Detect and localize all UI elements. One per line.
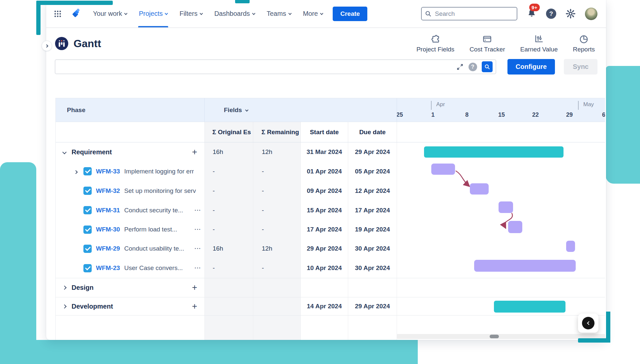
- issue-summary[interactable]: Perform load test...: [124, 226, 177, 233]
- chevron-right-icon: [45, 44, 48, 47]
- phase-name[interactable]: Requirement: [72, 148, 112, 156]
- app-switcher-button[interactable]: [51, 8, 64, 20]
- start-date-cell[interactable]: 17 Apr 2024: [301, 220, 348, 239]
- more-options-button[interactable]: ···: [195, 265, 201, 271]
- task-checkbox[interactable]: [83, 264, 92, 272]
- remaining-cell: -: [253, 181, 301, 200]
- filter-search-button[interactable]: [482, 61, 493, 72]
- gantt-bar-wfm-23[interactable]: [474, 260, 576, 272]
- start-date-cell[interactable]: [301, 278, 348, 297]
- due-date-cell[interactable]: [348, 278, 397, 297]
- gantt-bar-development[interactable]: [494, 301, 565, 313]
- action-label: Project Fields: [416, 46, 454, 53]
- start-date-cell[interactable]: 14 Apr 2024: [301, 297, 348, 315]
- nav-item-more[interactable]: More: [303, 0, 323, 27]
- issue-summary[interactable]: Implement logging for err: [124, 168, 194, 175]
- cost-tracker-button[interactable]: Cost Tracker: [470, 34, 505, 53]
- task-checkbox[interactable]: [83, 245, 92, 253]
- notifications-button[interactable]: 9+: [527, 9, 537, 19]
- start-date-cell[interactable]: 31 Mar 2024: [301, 142, 348, 162]
- task-checkbox[interactable]: [83, 167, 92, 175]
- gantt-bar-wfm-33[interactable]: [431, 164, 455, 175]
- start-date-cell[interactable]: 10 Apr 2024: [301, 258, 348, 278]
- issue-key-link[interactable]: WFM-23: [96, 264, 120, 272]
- timeline-day: 29: [566, 111, 573, 118]
- more-options-button[interactable]: ···: [195, 226, 201, 233]
- project-fields-button[interactable]: Project Fields: [416, 34, 454, 53]
- start-date-cell[interactable]: 09 Apr 2024: [301, 181, 348, 200]
- due-date-cell[interactable]: 17 Apr 2024: [348, 200, 397, 220]
- expand-chevron-icon[interactable]: [62, 286, 67, 290]
- search-input[interactable]: [421, 7, 517, 20]
- issue-key-link[interactable]: WFM-31: [96, 207, 120, 214]
- issue-summary[interactable]: Set up monitoring for serv: [124, 187, 196, 195]
- original-estimate-column-header: Σ Original Es: [205, 122, 253, 142]
- jira-logo[interactable]: [69, 8, 81, 20]
- phase-column-header: Phase: [56, 98, 205, 122]
- phase-name[interactable]: Design: [72, 284, 94, 291]
- grid-header-row: Phase Fields Apr May 25 1 8 15 22 29 6: [56, 98, 605, 122]
- user-avatar[interactable]: [585, 8, 597, 20]
- fields-dropdown[interactable]: Fields: [205, 98, 397, 122]
- expand-chevron-icon[interactable]: [62, 304, 67, 309]
- start-date-cell[interactable]: 29 Apr 2024: [301, 239, 348, 258]
- jql-filter-input[interactable]: ?: [55, 59, 496, 74]
- due-date-cell[interactable]: 19 Apr 2024: [348, 220, 397, 239]
- expand-icon[interactable]: [456, 63, 464, 71]
- issue-key-link[interactable]: WFM-33: [96, 168, 120, 175]
- scroll-back-button[interactable]: [582, 317, 594, 329]
- issue-summary[interactable]: Conduct usability te...: [124, 245, 184, 252]
- timeline-day: 15: [498, 111, 505, 118]
- create-button[interactable]: Create: [333, 7, 367, 21]
- due-date-cell[interactable]: 29 Apr 2024: [348, 142, 397, 162]
- sync-button[interactable]: Sync: [564, 59, 597, 75]
- due-date-cell[interactable]: 29 Apr 2024: [348, 297, 397, 315]
- gantt-bar-wfm-29[interactable]: [566, 241, 575, 252]
- nav-item-teams[interactable]: Teams: [267, 0, 291, 27]
- gantt-grid: Phase Fields Apr May 25 1 8 15 22 29 6 Σ: [55, 98, 605, 340]
- task-checkbox[interactable]: [83, 226, 92, 234]
- help-button[interactable]: ?: [546, 9, 556, 19]
- due-date-cell[interactable]: 30 Apr 2024: [348, 239, 397, 258]
- due-date-cell[interactable]: 05 Apr 2024: [348, 162, 397, 181]
- filter-help-button[interactable]: ?: [469, 63, 477, 71]
- earned-value-button[interactable]: Earned Value: [520, 34, 558, 53]
- gantt-bar-wfm-32[interactable]: [470, 183, 489, 195]
- nav-item-filters[interactable]: Filters: [179, 0, 202, 27]
- reports-button[interactable]: Reports: [573, 34, 595, 53]
- gear-icon[interactable]: [565, 9, 576, 19]
- issue-summary[interactable]: Conduct security te...: [124, 207, 183, 214]
- more-options-button[interactable]: ···: [195, 245, 201, 252]
- chevron-left-icon: [587, 321, 591, 325]
- timeline-day: 6: [602, 111, 605, 118]
- issue-key-link[interactable]: WFM-30: [96, 226, 120, 233]
- start-date-cell[interactable]: 15 Apr 2024: [301, 200, 348, 220]
- nav-item-projects[interactable]: Projects: [139, 0, 168, 27]
- due-date-cell[interactable]: 12 Apr 2024: [348, 181, 397, 200]
- configure-button[interactable]: Configure: [507, 59, 555, 75]
- due-date-cell[interactable]: 30 Apr 2024: [348, 258, 397, 278]
- sidebar-expand-button[interactable]: [42, 41, 52, 51]
- issue-key-link[interactable]: WFM-29: [96, 245, 120, 252]
- add-task-button[interactable]: +: [192, 283, 197, 292]
- more-options-button[interactable]: ···: [195, 207, 201, 214]
- collapse-chevron-icon[interactable]: [62, 150, 67, 154]
- gantt-bar-requirement[interactable]: [424, 146, 564, 158]
- add-task-button[interactable]: +: [192, 302, 197, 311]
- issue-key-link[interactable]: WFM-32: [96, 187, 120, 195]
- add-task-button[interactable]: +: [192, 148, 197, 157]
- gantt-bar-wfm-30[interactable]: [508, 221, 522, 233]
- gantt-bar-wfm-31[interactable]: [499, 201, 513, 213]
- task-checkbox[interactable]: [83, 187, 92, 195]
- scrollbar-thumb[interactable]: [490, 335, 499, 338]
- timeline-scrollbar[interactable]: [397, 334, 605, 339]
- phase-name[interactable]: Development: [72, 303, 113, 310]
- issue-summary[interactable]: User Case convers...: [124, 264, 183, 272]
- chevron-down-icon: [252, 12, 255, 15]
- grid-icon: [53, 10, 62, 18]
- start-date-cell[interactable]: 01 Apr 2024: [301, 162, 348, 181]
- expand-chevron-icon[interactable]: [75, 168, 77, 175]
- task-checkbox[interactable]: [83, 206, 92, 214]
- timeline-day: 22: [532, 111, 539, 118]
- nav-item-dashboards[interactable]: Dashboards: [214, 0, 255, 27]
